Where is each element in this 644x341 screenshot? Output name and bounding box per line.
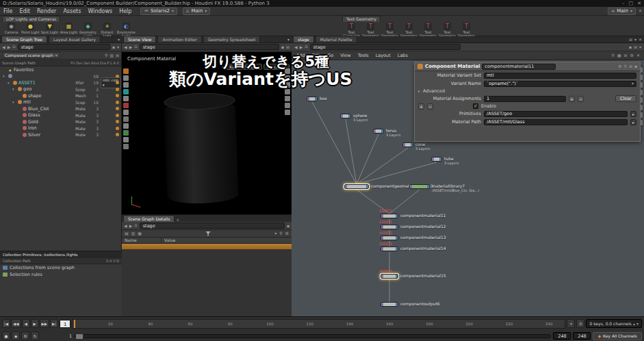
menu-help[interactable]: Help <box>116 8 135 14</box>
current-frame-field[interactable]: 1 <box>60 320 70 328</box>
node-cone[interactable] <box>402 142 413 147</box>
snap-tool-icon[interactable] <box>123 89 129 94</box>
node-name-field[interactable] <box>482 64 556 70</box>
options-tool-icon[interactable] <box>123 144 129 149</box>
auto-key-toggle-button[interactable]: ● <box>2 331 10 340</box>
node-flag-right[interactable] <box>439 157 441 161</box>
back-icon[interactable] <box>294 45 298 49</box>
grid-tool-icon[interactable] <box>123 137 129 142</box>
node-flag-left[interactable] <box>381 275 383 278</box>
node-cm14[interactable] <box>381 247 398 251</box>
node-flag-left[interactable] <box>341 114 343 118</box>
shelf-tab-text-geometry[interactable]: Text Geometry <box>342 16 381 22</box>
shelf-tab-lop-lights[interactable]: LOP Lights and Cameras <box>2 16 60 22</box>
close-button[interactable]: ✕ <box>637 0 641 7</box>
expand-icon[interactable]: ▾ <box>12 87 16 91</box>
move-tool-icon[interactable] <box>123 75 129 81</box>
active-toggle[interactable] <box>116 88 119 91</box>
scene-graph-row-shape[interactable]: shapeMesh1 <box>0 92 121 99</box>
node-flag-right[interactable] <box>381 129 383 133</box>
menu-assets[interactable]: Assets <box>60 8 84 14</box>
gear-icon[interactable] <box>630 53 634 58</box>
shade-tool-icon[interactable] <box>123 123 129 129</box>
key-options-button[interactable]: ◆ <box>12 331 20 340</box>
tab-stage[interactable]: stage <box>293 36 314 42</box>
material-variant-set-field[interactable]: mtl <box>484 73 636 79</box>
playhead[interactable] <box>74 320 75 328</box>
scene-graph-row-gold[interactable]: GoldMate3 <box>0 118 121 125</box>
play-forward-button[interactable]: ▶ <box>31 319 39 328</box>
node-cm13[interactable] <box>381 236 398 240</box>
node-cm11[interactable] <box>381 214 398 218</box>
pin-icon[interactable] <box>112 45 115 49</box>
node-flag-right[interactable] <box>396 247 398 251</box>
node-flag-right[interactable] <box>366 185 368 188</box>
forward-icon[interactable] <box>8 45 11 49</box>
shelf-tool-text-geometry-7[interactable]: TText Geometry 7 <box>457 23 476 38</box>
playback-end-field[interactable]: 248 <box>573 332 591 340</box>
node-cm15[interactable] <box>381 274 398 279</box>
enable-checkbox[interactable]: ✓ <box>473 103 478 109</box>
shelf-tool-distant-light[interactable]: ☀Distant Light <box>98 23 116 38</box>
network-path-field[interactable]: stage <box>310 44 461 50</box>
filter-funnel-icon[interactable] <box>205 231 211 236</box>
playback-range-icon[interactable] <box>567 319 575 328</box>
scene-graph-row-blue-clot[interactable]: Blue_ClotMate3 <box>0 105 121 112</box>
close-pane-icon[interactable] <box>639 38 642 42</box>
scene-graph-row-geo[interactable]: ▾geoScop2 <box>0 86 121 93</box>
range-slider-handle[interactable] <box>75 333 83 340</box>
home-icon[interactable] <box>305 45 307 49</box>
home-icon[interactable] <box>12 45 15 49</box>
scene-graph-row-glass[interactable]: GlassMate3 <box>0 112 121 119</box>
node-flag-right[interactable] <box>411 143 413 147</box>
desktop-selector[interactable]: Solaris2 <box>140 8 177 15</box>
advanced-expand-icon[interactable] <box>418 89 420 93</box>
timeline-ruler[interactable]: 20406080100120140160180200220240 <box>72 319 565 329</box>
play-reverse-button[interactable]: ◀ <box>22 319 30 328</box>
primitives-picker-icon[interactable]: ▸ <box>630 111 636 117</box>
column-view-icon[interactable] <box>131 231 136 236</box>
grid-view-icon[interactable] <box>138 231 142 236</box>
scene-graph-row-mtl[interactable]: ▾mtlScop16 <box>0 99 121 106</box>
node-flag-left[interactable] <box>381 214 383 218</box>
scene-graph-row-silver[interactable]: SilverMate3 <box>0 131 121 138</box>
node-flag-left[interactable] <box>381 236 383 240</box>
back-icon[interactable] <box>124 45 127 49</box>
node-flag-right[interactable] <box>396 303 398 306</box>
menu-edit[interactable]: Edit <box>16 8 34 14</box>
expand-icon[interactable]: ▾ <box>12 100 16 104</box>
details-value-column[interactable]: Value <box>162 238 292 243</box>
window-titlebar[interactable]: D:/Solaris/Solaris_Houdini/19.0/02_Compo… <box>0 0 644 7</box>
range-end-field[interactable]: 248 <box>553 332 571 340</box>
clear-button[interactable]: Clear <box>615 95 636 102</box>
material-assignments-field[interactable]: 1 <box>484 96 566 102</box>
collection-item-selection-rules[interactable]: Selection rules <box>0 271 122 278</box>
network-menu-layout[interactable]: Layout <box>372 53 394 58</box>
node-flag-left[interactable] <box>403 143 405 147</box>
back-icon[interactable] <box>2 45 5 49</box>
node-flag-left[interactable] <box>410 185 412 188</box>
pin-icon[interactable] <box>629 45 632 49</box>
tab-layout-asset-gallery[interactable]: Layout Asset Gallery <box>49 36 101 42</box>
menu-windows[interactable]: Windows <box>84 8 116 14</box>
delete-item-button[interactable]: − <box>427 103 433 110</box>
search-icon[interactable] <box>105 53 107 58</box>
node-flag-left[interactable] <box>345 185 347 188</box>
material-tool-icon[interactable] <box>123 130 129 136</box>
jump-to-end-button[interactable]: ▶| <box>50 319 58 328</box>
network-menu-labs[interactable]: Labs <box>394 53 411 58</box>
camera-tool-icon[interactable] <box>123 110 129 115</box>
node-sphere[interactable] <box>340 114 351 118</box>
playback-options-button[interactable]: ⚙ <box>21 331 29 340</box>
chevron-down-icon[interactable] <box>117 45 119 49</box>
node-torus[interactable] <box>373 129 384 134</box>
node-flag-right[interactable] <box>396 214 398 218</box>
node-tube[interactable] <box>431 157 442 162</box>
grid-icon[interactable] <box>634 45 637 49</box>
node-flag-right[interactable] <box>348 114 350 118</box>
realtime-toggle-button[interactable]: ↻ <box>31 331 39 340</box>
remove-assignment-button[interactable]: − <box>578 96 584 102</box>
expand-icon[interactable]: ▾ <box>3 74 7 78</box>
minimize-button[interactable]: – <box>622 0 625 7</box>
home-icon[interactable] <box>134 223 137 228</box>
